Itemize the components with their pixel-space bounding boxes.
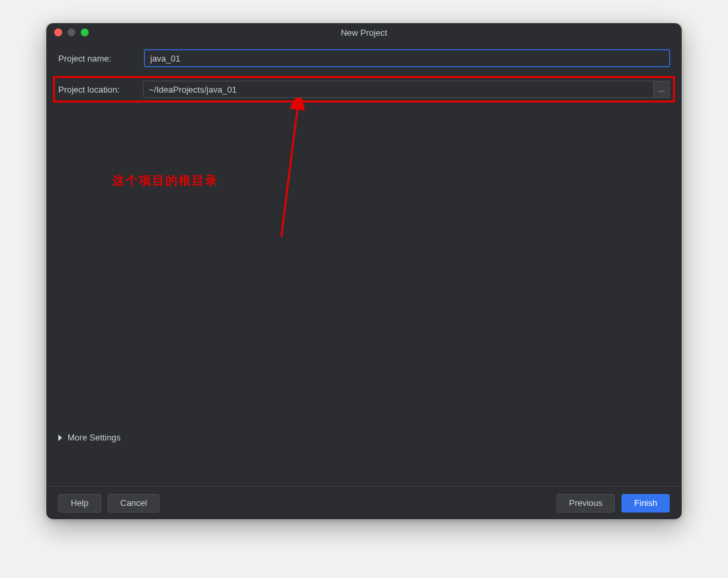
more-settings-toggle[interactable]: More Settings <box>58 433 120 442</box>
titlebar: New Project <box>46 23 682 42</box>
chevron-right-icon <box>58 434 62 441</box>
browse-button[interactable]: ... <box>653 81 669 97</box>
more-settings-label: More Settings <box>68 433 120 442</box>
window-title: New Project <box>46 28 682 38</box>
minimize-icon[interactable] <box>68 28 75 36</box>
traffic-lights <box>54 28 89 36</box>
annotation-arrow-icon <box>215 98 347 243</box>
project-name-input[interactable] <box>144 50 670 67</box>
annotation-text: 这个项目的根目录 <box>113 173 218 188</box>
project-name-row: Project name: <box>58 48 670 68</box>
help-button[interactable]: Help <box>58 494 101 513</box>
maximize-icon[interactable] <box>81 28 89 36</box>
project-name-label: Project name: <box>58 54 144 63</box>
previous-button[interactable]: Previous <box>557 494 615 513</box>
svg-line-1 <box>281 106 298 237</box>
finish-button[interactable]: Finish <box>621 494 670 513</box>
project-location-field: ... <box>143 81 670 98</box>
close-icon[interactable] <box>54 28 62 36</box>
new-project-dialog: New Project Project name: Project locati… <box>46 23 682 519</box>
project-location-row: Project location: ... <box>58 80 670 99</box>
project-location-input[interactable] <box>144 81 653 97</box>
dialog-footer: Help Cancel Previous Finish <box>46 486 682 519</box>
dialog-content: Project name: Project location: ... 这个项目… <box>46 42 682 486</box>
cancel-button[interactable]: Cancel <box>108 494 159 513</box>
project-location-label: Project location: <box>58 85 143 95</box>
ellipsis-icon: ... <box>658 85 664 94</box>
annotation-highlight-box: Project location: ... <box>53 76 675 103</box>
